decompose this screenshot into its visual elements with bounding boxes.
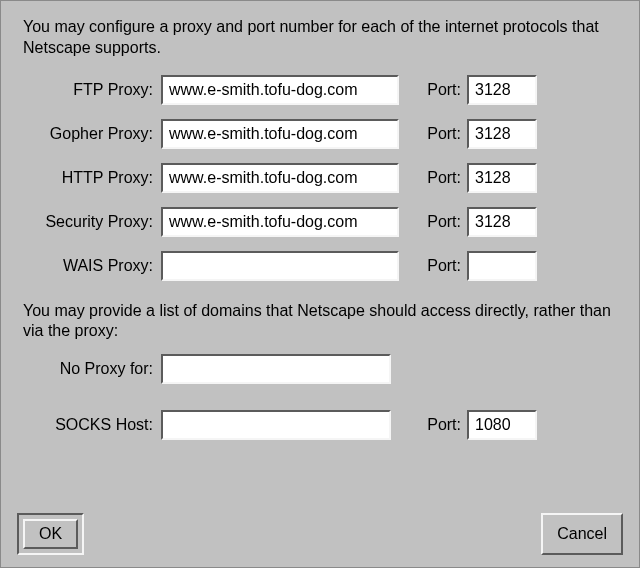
- socks-port-input[interactable]: [467, 410, 537, 440]
- socks-label: SOCKS Host:: [11, 416, 161, 434]
- button-row: OK Cancel: [11, 513, 629, 555]
- http-proxy-input[interactable]: [161, 163, 399, 193]
- http-proxy-row: HTTP Proxy: Port:: [11, 161, 629, 195]
- security-proxy-label: Security Proxy:: [11, 213, 161, 231]
- socks-host-input[interactable]: [161, 410, 391, 440]
- wais-port-input[interactable]: [467, 251, 537, 281]
- gopher-port-input[interactable]: [467, 119, 537, 149]
- wais-proxy-row: WAIS Proxy: Port:: [11, 249, 629, 283]
- security-port-input[interactable]: [467, 207, 537, 237]
- wais-port-label: Port:: [399, 257, 467, 275]
- wais-proxy-label: WAIS Proxy:: [11, 257, 161, 275]
- noproxy-input[interactable]: [161, 354, 391, 384]
- socks-port-label: Port:: [391, 416, 467, 434]
- http-port-input[interactable]: [467, 163, 537, 193]
- noproxy-row: No Proxy for:: [11, 352, 629, 386]
- wais-proxy-input[interactable]: [161, 251, 399, 281]
- http-port-label: Port:: [399, 169, 467, 187]
- noproxy-label: No Proxy for:: [11, 360, 161, 378]
- security-proxy-row: Security Proxy: Port:: [11, 205, 629, 239]
- ok-button[interactable]: OK: [23, 519, 78, 549]
- gopher-proxy-row: Gopher Proxy: Port:: [11, 117, 629, 151]
- security-proxy-input[interactable]: [161, 207, 399, 237]
- security-port-label: Port:: [399, 213, 467, 231]
- proxy-config-panel: You may configure a proxy and port numbe…: [11, 9, 629, 559]
- ftp-proxy-input[interactable]: [161, 75, 399, 105]
- http-proxy-label: HTTP Proxy:: [11, 169, 161, 187]
- cancel-button[interactable]: Cancel: [541, 513, 623, 555]
- socks-row: SOCKS Host: Port:: [11, 408, 629, 442]
- ftp-port-label: Port:: [399, 81, 467, 99]
- ftp-proxy-row: FTP Proxy: Port:: [11, 73, 629, 107]
- gopher-port-label: Port:: [399, 125, 467, 143]
- gopher-proxy-label: Gopher Proxy:: [11, 125, 161, 143]
- ftp-port-input[interactable]: [467, 75, 537, 105]
- ok-default-ring: OK: [17, 513, 84, 555]
- ftp-proxy-label: FTP Proxy:: [11, 81, 161, 99]
- noproxy-intro-text: You may provide a list of domains that N…: [23, 301, 617, 343]
- intro-text: You may configure a proxy and port numbe…: [23, 17, 617, 59]
- gopher-proxy-input[interactable]: [161, 119, 399, 149]
